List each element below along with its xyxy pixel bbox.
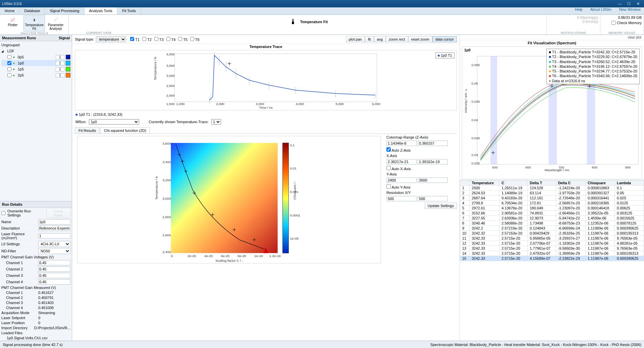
svg-text:6e-20: 6e-20: [221, 254, 230, 258]
shown-trace-select[interactable]: 1: [211, 119, 221, 125]
color-swatch[interactable]: [66, 73, 70, 78]
tool-data-cursor[interactable]: data cursor: [432, 36, 457, 42]
tool-avg[interactable]: avg: [374, 36, 386, 42]
subtab-fit-results[interactable]: Fit Results: [75, 127, 100, 134]
force-save-button[interactable]: Force Save: [46, 208, 70, 218]
maximize-icon[interactable]: ☐: [625, 2, 633, 6]
run-checkbox[interactable]: [7, 73, 11, 77]
table-row[interactable]: 113242.332.5715e-205.95865e-05-3.29937e-…: [460, 236, 644, 241]
thermometer-icon: 🌡: [24, 16, 44, 23]
signal-type-select[interactable]: temperature: [96, 36, 126, 42]
z-max-input[interactable]: [418, 141, 448, 146]
temperature-fit-button[interactable]: 🌡 Temperature Fit: [23, 15, 45, 32]
run-row[interactable]: ● 0p5: [1, 54, 70, 60]
tab-signal-processing[interactable]: Signal Processing: [45, 7, 84, 14]
rd-input[interactable]: [38, 226, 70, 231]
run-checkbox[interactable]: [7, 55, 11, 59]
res-y-input[interactable]: [418, 196, 448, 201]
tab-database[interactable]: Database: [19, 7, 45, 14]
table-row[interactable]: 93242.22.57219e-200.124843-6.66698e-241.…: [460, 226, 644, 231]
clear-plot-link[interactable]: clear plot: [460, 35, 644, 40]
notifications-caption: NOTIFICATIONS: [549, 31, 598, 35]
x-min-input[interactable]: [386, 159, 417, 164]
chi-squared-chart[interactable]: Temperature / K Scaling factor C / - Chi…: [77, 136, 381, 263]
parameter-analysis-button[interactable]: ⋰ Parameter Analysis: [45, 15, 66, 32]
rd-input[interactable]: [38, 233, 70, 239]
gain-input[interactable]: [38, 260, 70, 265]
table-row[interactable]: 83240.462.58088e-201.73498-8.68753e-231.…: [460, 221, 644, 226]
res-x-input[interactable]: [386, 196, 417, 201]
table-row[interactable]: 133242.332.5715e-201.77961e-07-9.58603e-…: [460, 246, 644, 251]
y-min-input[interactable]: [386, 178, 417, 183]
tab-home[interactable]: Home: [0, 7, 19, 14]
auto-x-checkbox[interactable]: [386, 166, 391, 170]
t-checkbox[interactable]: [190, 37, 194, 41]
tab-fit-tools[interactable]: Fit Tools: [117, 7, 141, 14]
overwrite-checkbox[interactable]: [1, 211, 5, 215]
new-window-link[interactable]: New Window: [616, 6, 644, 13]
iteration-table[interactable]: TemperatureCDelta TDelta CChisquareLambd…: [460, 180, 644, 261]
runs-tree[interactable]: Ungrouped ◢ LDF ● 0p5 ● 1p0 ● 1p5 ● 2p5: [0, 41, 72, 79]
auto-y-checkbox[interactable]: [386, 184, 391, 189]
tool-reset-zoom[interactable]: reset zoom: [408, 36, 432, 42]
group-ungrouped[interactable]: Ungrouped: [1, 42, 70, 48]
check-memory-checkbox[interactable]: [611, 21, 615, 25]
close-icon[interactable]: ✕: [634, 2, 642, 6]
y-max-input[interactable]: [418, 178, 448, 183]
run-row[interactable]: ● 2p5: [1, 72, 70, 78]
t-checkbox[interactable]: [142, 37, 146, 41]
gain-input[interactable]: [38, 273, 70, 278]
tool-plot-pan[interactable]: plot pan: [346, 36, 365, 42]
run-row[interactable]: ● 1p5: [1, 66, 70, 72]
tool-fit[interactable]: fit: [365, 36, 374, 42]
signal-spin[interactable]: [56, 55, 64, 59]
rd-select[interactable]: 4CH-3C-LII: [38, 241, 70, 247]
tab-analysis-tools[interactable]: Analysis Tools: [85, 7, 118, 14]
z-min-input[interactable]: [386, 141, 417, 146]
current-view-caption: CURRENT VIEW: [86, 31, 111, 35]
table-row[interactable]: 123242.332.5715e-202.07706e-07-1.18302e-…: [460, 241, 644, 246]
run-row[interactable]: ● 1p0: [1, 60, 70, 66]
table-row[interactable]: 125001.26511e-19124.528-1.24224e-200.000…: [460, 186, 644, 191]
help-link[interactable]: Help: [572, 6, 586, 13]
signal-spin[interactable]: [56, 67, 64, 71]
t-checkbox[interactable]: [154, 37, 158, 41]
color-swatch[interactable]: [66, 67, 70, 71]
run-checkbox[interactable]: [7, 61, 11, 65]
subtab-chi-squared[interactable]: Chi-squared function (2D): [100, 127, 150, 134]
rd-select[interactable]: ND50: [38, 248, 70, 254]
gain-input[interactable]: [38, 279, 70, 285]
table-row[interactable]: 73227.552.63936e-2012.9073-5.84742e-221.…: [460, 216, 644, 221]
rd-input[interactable]: [38, 219, 70, 225]
temperature-trace-chart[interactable]: Temperature / K Time / ns 4,000 3,500 3,…: [75, 50, 457, 110]
svg-text:1e-05: 1e-05: [290, 237, 299, 240]
tool-zoom-rect[interactable]: zoom rect: [386, 36, 408, 42]
gain-input[interactable]: [38, 266, 70, 272]
run-checkbox[interactable]: [7, 67, 11, 71]
table-row[interactable]: 32687.649.43183e-20112.161-2.72648e-200.…: [460, 196, 644, 201]
signal-spin[interactable]: [56, 61, 64, 65]
fit-visualization-chart[interactable]: 1p0 Intensity / arb. u. Wavelength / nm: [462, 46, 642, 179]
auto-z-checkbox[interactable]: [386, 147, 391, 152]
table-row[interactable]: 42799.86.70534e-20172.81-2.56857e-200.00…: [460, 201, 644, 206]
mrun-select[interactable]: 1p0: [89, 119, 139, 125]
table-row[interactable]: 52972.614.13678e-20180.049-1.23097e-200.…: [460, 206, 644, 211]
update-settings-button[interactable]: Update Settings: [425, 203, 457, 209]
signal-spin[interactable]: [56, 73, 64, 78]
t-checkbox[interactable]: [130, 37, 134, 41]
minimize-icon[interactable]: —: [616, 2, 624, 6]
table-row[interactable]: 22624.531.14089e-1963.114-1.97703e-200.0…: [460, 191, 644, 196]
plotter-button[interactable]: 📈 Plotter: [2, 15, 23, 32]
x-max-input[interactable]: [418, 159, 448, 164]
table-row[interactable]: 63152.662.90581e-2074.8931-2.66456e-213.…: [460, 211, 644, 216]
color-swatch[interactable]: [66, 55, 70, 59]
svg-text:1.2e-19: 1.2e-19: [269, 254, 281, 258]
t-checkbox[interactable]: [178, 37, 182, 41]
group-ldf[interactable]: ◢ LDF: [1, 48, 70, 54]
table-row[interactable]: 103242.322.57153e-200.00429429-2.35326e-…: [460, 231, 644, 236]
about-link[interactable]: About LIISim: [587, 6, 615, 13]
t-checkbox[interactable]: [166, 37, 170, 41]
table-row[interactable]: 153242.332.5715e-204.15589e-07-2.23822e-…: [460, 256, 644, 261]
table-row[interactable]: 143242.332.5715e-202.47932e-07-1.39959e-…: [460, 251, 644, 256]
color-swatch[interactable]: [66, 61, 70, 65]
